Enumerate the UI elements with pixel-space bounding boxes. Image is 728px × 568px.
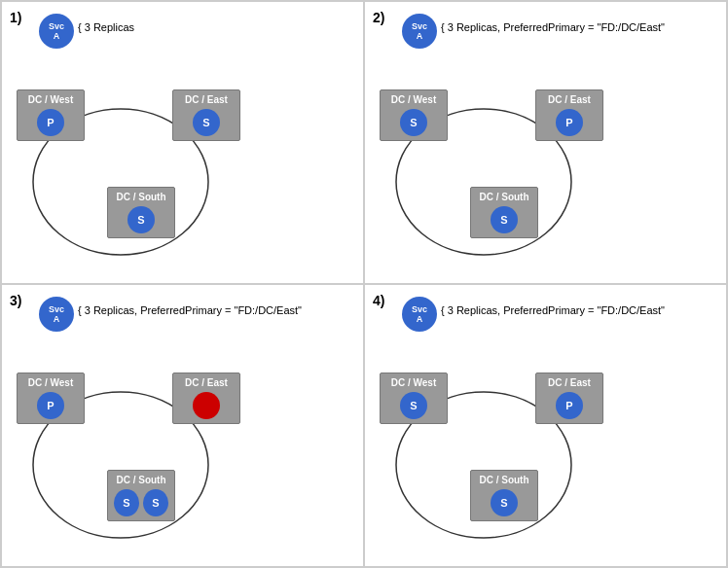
svc-circle-q1: SvcA bbox=[39, 14, 74, 49]
dc_west-title-q2: DC / West bbox=[386, 94, 441, 105]
replica-dc_east-q4-0: P bbox=[556, 392, 583, 419]
replica-dc_south-q3-1: S bbox=[143, 489, 168, 516]
brace-label-q2: { 3 Replicas, PreferredPrimary = "FD:/DC… bbox=[441, 21, 665, 33]
quad-label-q3: 3) bbox=[10, 293, 21, 308]
quad-label-q2: 2) bbox=[373, 10, 384, 25]
dc_east-title-q3: DC / East bbox=[179, 377, 234, 388]
dc_east-q4: DC / EastP bbox=[535, 373, 603, 424]
dc_south-title-q2: DC / South bbox=[477, 192, 531, 202]
dc_east-q3: DC / East bbox=[172, 373, 240, 424]
svc-circle-q4: SvcA bbox=[402, 297, 437, 332]
quad-label-q4: 4) bbox=[373, 293, 384, 308]
dc_west-title-q3: DC / West bbox=[23, 377, 78, 388]
dc_south-title-q1: DC / South bbox=[114, 192, 168, 202]
replica-dc_west-q2-0: S bbox=[400, 109, 427, 136]
dc_south-q1: DC / SouthS bbox=[107, 187, 175, 238]
replica-dc_south-q2-0: S bbox=[491, 206, 518, 233]
dc_south-title-q3: DC / South bbox=[114, 475, 168, 485]
replica-dc_east-q1-0: S bbox=[193, 109, 220, 136]
dc_east-q1: DC / EastS bbox=[172, 89, 240, 141]
dc_south-q2: DC / SouthS bbox=[470, 187, 538, 238]
dc_west-title-q1: DC / West bbox=[23, 94, 78, 105]
quadrant-q2: 2)SvcA{ 3 Replicas, PreferredPrimary = "… bbox=[364, 1, 727, 284]
dc_west-q1: DC / WestP bbox=[17, 89, 85, 141]
dc_west-q3: DC / WestP bbox=[17, 373, 85, 424]
replica-dc_west-q1-0: P bbox=[37, 109, 64, 136]
replica-dc_south-q3-0: S bbox=[114, 489, 139, 516]
main-grid: 1)SvcA{ 3 ReplicasDC / WestPDC / EastSDC… bbox=[0, 0, 728, 568]
replica-dc_west-q3-0: P bbox=[37, 392, 64, 419]
brace-label-q3: { 3 Replicas, PreferredPrimary = "FD:/DC… bbox=[78, 304, 302, 316]
brace-label-q4: { 3 Replicas, PreferredPrimary = "FD:/DC… bbox=[441, 304, 665, 316]
dc_west-title-q4: DC / West bbox=[386, 377, 441, 388]
svc-circle-q3: SvcA bbox=[39, 297, 74, 332]
dc_south-title-q4: DC / South bbox=[477, 475, 531, 485]
brace-label-q1: { 3 Replicas bbox=[78, 21, 134, 33]
svc-circle-q2: SvcA bbox=[402, 14, 437, 49]
dc_east-q2: DC / EastP bbox=[535, 89, 603, 141]
quad-label-q1: 1) bbox=[10, 10, 21, 25]
dc_west-q4: DC / WestS bbox=[380, 373, 448, 424]
dc_east-title-q1: DC / East bbox=[179, 94, 234, 105]
quadrant-q4: 4)SvcA{ 3 Replicas, PreferredPrimary = "… bbox=[364, 284, 727, 567]
dc_east-title-q2: DC / East bbox=[542, 94, 597, 105]
quadrant-q3: 3)SvcA{ 3 Replicas, PreferredPrimary = "… bbox=[1, 284, 364, 567]
replica-dc_south-q4-0: S bbox=[491, 489, 518, 516]
replica-dc_west-q4-0: S bbox=[400, 392, 427, 419]
dc_south-q3: DC / SouthSS bbox=[107, 470, 175, 521]
dc_east-title-q4: DC / East bbox=[542, 377, 597, 388]
dc_west-q2: DC / WestS bbox=[380, 89, 448, 141]
replica-dc_east-q2-0: P bbox=[556, 109, 583, 136]
replica-dc_east-q3-0 bbox=[193, 392, 220, 419]
replica-dc_south-q1-0: S bbox=[127, 206, 155, 233]
dc_south-q4: DC / SouthS bbox=[470, 470, 538, 521]
quadrant-q1: 1)SvcA{ 3 ReplicasDC / WestPDC / EastSDC… bbox=[1, 1, 364, 284]
